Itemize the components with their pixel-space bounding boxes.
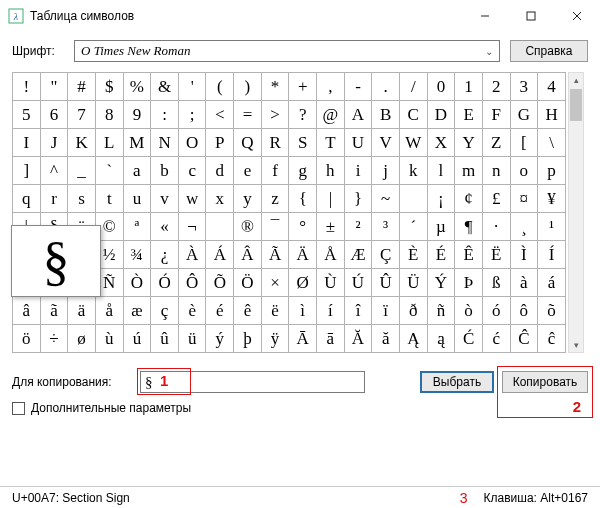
grid-cell[interactable]: a bbox=[123, 157, 151, 185]
grid-cell[interactable]: W bbox=[399, 129, 427, 157]
grid-cell[interactable]: ° bbox=[289, 213, 317, 241]
maximize-button[interactable] bbox=[508, 0, 554, 32]
grid-cell[interactable]: ë bbox=[261, 297, 289, 325]
grid-cell[interactable]: Ø bbox=[289, 269, 317, 297]
grid-cell[interactable]: Å bbox=[317, 241, 345, 269]
grid-cell[interactable]: R bbox=[261, 129, 289, 157]
grid-cell[interactable]: H bbox=[538, 101, 566, 129]
grid-cell[interactable]: Ĉ bbox=[510, 325, 538, 353]
grid-cell[interactable]: Û bbox=[372, 269, 400, 297]
grid-cell[interactable]: t bbox=[95, 185, 123, 213]
grid-cell[interactable]: & bbox=[151, 73, 179, 101]
grid-cell[interactable]: S bbox=[289, 129, 317, 157]
scroll-thumb[interactable] bbox=[570, 89, 582, 121]
grid-cell[interactable]: û bbox=[151, 325, 179, 353]
grid-cell[interactable]: I bbox=[13, 129, 41, 157]
grid-cell[interactable]: x bbox=[206, 185, 234, 213]
grid-cell[interactable]: m bbox=[455, 157, 483, 185]
grid-cell[interactable]: « bbox=[151, 213, 179, 241]
grid-cell[interactable]: Ö bbox=[234, 269, 262, 297]
grid-cell[interactable]: l bbox=[427, 157, 455, 185]
grid-cell[interactable]: ÷ bbox=[40, 325, 68, 353]
grid-cell[interactable]: P bbox=[206, 129, 234, 157]
grid-cell[interactable]: Y bbox=[455, 129, 483, 157]
grid-cell[interactable]: Ì bbox=[510, 241, 538, 269]
grid-cell[interactable]: ¯ bbox=[261, 213, 289, 241]
grid-cell[interactable]: w bbox=[178, 185, 206, 213]
grid-cell[interactable]: ð bbox=[399, 297, 427, 325]
grid-scrollbar[interactable]: ▴ ▾ bbox=[568, 72, 584, 353]
copy-button[interactable]: Копировать 2 bbox=[502, 371, 588, 393]
grid-cell[interactable]: à bbox=[510, 269, 538, 297]
grid-cell[interactable]: \ bbox=[538, 129, 566, 157]
grid-cell[interactable]: ý bbox=[206, 325, 234, 353]
grid-cell[interactable]: Õ bbox=[206, 269, 234, 297]
grid-cell[interactable]: E bbox=[455, 101, 483, 129]
grid-cell[interactable] bbox=[399, 185, 427, 213]
grid-cell[interactable]: ² bbox=[344, 213, 372, 241]
grid-cell[interactable]: = bbox=[234, 101, 262, 129]
grid-cell[interactable]: ¶ bbox=[455, 213, 483, 241]
grid-cell[interactable]: ( bbox=[206, 73, 234, 101]
grid-cell[interactable]: X bbox=[427, 129, 455, 157]
grid-cell[interactable]: b bbox=[151, 157, 179, 185]
grid-cell[interactable]: Ú bbox=[344, 269, 372, 297]
grid-cell[interactable]: î bbox=[344, 297, 372, 325]
close-button[interactable] bbox=[554, 0, 600, 32]
grid-cell[interactable]: o bbox=[510, 157, 538, 185]
grid-cell[interactable]: D bbox=[427, 101, 455, 129]
grid-cell[interactable]: i bbox=[344, 157, 372, 185]
grid-cell[interactable]: ) bbox=[234, 73, 262, 101]
grid-cell[interactable]: À bbox=[178, 241, 206, 269]
grid-cell[interactable]: s bbox=[68, 185, 96, 213]
grid-cell[interactable]: Ā bbox=[289, 325, 317, 353]
grid-cell[interactable]: ª bbox=[123, 213, 151, 241]
grid-cell[interactable]: ú bbox=[123, 325, 151, 353]
grid-cell[interactable]: 8 bbox=[95, 101, 123, 129]
grid-cell[interactable]: ~ bbox=[372, 185, 400, 213]
grid-cell[interactable]: e bbox=[234, 157, 262, 185]
grid-cell[interactable]: @ bbox=[317, 101, 345, 129]
copy-input[interactable] bbox=[140, 371, 365, 393]
grid-cell[interactable]: O bbox=[178, 129, 206, 157]
grid-cell[interactable]: } bbox=[344, 185, 372, 213]
grid-cell[interactable]: u bbox=[123, 185, 151, 213]
grid-cell[interactable]: 9 bbox=[123, 101, 151, 129]
grid-cell[interactable]: Ă bbox=[344, 325, 372, 353]
grid-cell[interactable]: È bbox=[399, 241, 427, 269]
grid-cell[interactable]: f bbox=[261, 157, 289, 185]
grid-cell[interactable]: ö bbox=[13, 325, 41, 353]
grid-cell[interactable]: ì bbox=[289, 297, 317, 325]
grid-cell[interactable]: [ bbox=[510, 129, 538, 157]
grid-cell[interactable]: Ò bbox=[123, 269, 151, 297]
grid-cell[interactable]: ã bbox=[40, 297, 68, 325]
grid-cell[interactable]: ` bbox=[95, 157, 123, 185]
grid-cell[interactable]: q bbox=[13, 185, 41, 213]
grid-cell[interactable]: J bbox=[40, 129, 68, 157]
grid-cell[interactable]: ā bbox=[317, 325, 345, 353]
grid-cell[interactable]: d bbox=[206, 157, 234, 185]
grid-cell[interactable]: þ bbox=[234, 325, 262, 353]
grid-cell[interactable]: ] bbox=[13, 157, 41, 185]
grid-cell[interactable]: â bbox=[13, 297, 41, 325]
grid-cell[interactable]: ® bbox=[234, 213, 262, 241]
grid-cell[interactable]: õ bbox=[538, 297, 566, 325]
grid-cell[interactable]: ­ bbox=[206, 213, 234, 241]
grid-cell[interactable]: k bbox=[399, 157, 427, 185]
select-button[interactable]: Выбрать bbox=[420, 371, 494, 393]
grid-cell[interactable]: 0 bbox=[427, 73, 455, 101]
grid-cell[interactable]: N bbox=[151, 129, 179, 157]
grid-cell[interactable]: r bbox=[40, 185, 68, 213]
grid-cell[interactable]: Ù bbox=[317, 269, 345, 297]
grid-cell[interactable]: Í bbox=[538, 241, 566, 269]
grid-cell[interactable]: * bbox=[261, 73, 289, 101]
grid-cell[interactable]: v bbox=[151, 185, 179, 213]
grid-cell[interactable]: × bbox=[261, 269, 289, 297]
grid-cell[interactable]: ¤ bbox=[510, 185, 538, 213]
minimize-button[interactable] bbox=[462, 0, 508, 32]
grid-cell[interactable]: ' bbox=[178, 73, 206, 101]
grid-cell[interactable]: % bbox=[123, 73, 151, 101]
grid-cell[interactable]: ä bbox=[68, 297, 96, 325]
grid-cell[interactable]: Ô bbox=[178, 269, 206, 297]
grid-cell[interactable]: ă bbox=[372, 325, 400, 353]
